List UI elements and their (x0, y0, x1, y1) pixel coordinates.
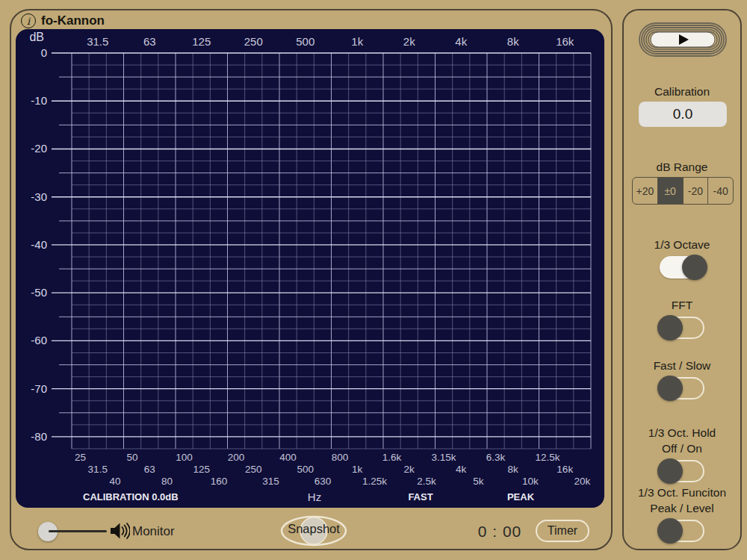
y-tick-label: -80 (31, 430, 47, 443)
info-icon-glyph: i (27, 16, 30, 26)
band-label: 3.15k (432, 452, 456, 463)
band-label: 2.5k (417, 476, 436, 487)
db-range-label: dB Range (624, 161, 740, 174)
band-label: 25 (75, 452, 86, 463)
band-label: 40 (109, 476, 120, 487)
timer-display: 0 : 00 (468, 523, 531, 541)
band-label: 200 (228, 452, 245, 463)
band-label: 2k (404, 464, 415, 475)
octave-label: 2k (403, 35, 415, 48)
spectrum-display: dB0-10-20-30-40-50-60-70-8031.5631252505… (16, 29, 604, 508)
band-label: 630 (314, 476, 332, 487)
octave-label: 31.5 (87, 35, 108, 48)
toggle-fast-slow[interactable] (660, 377, 704, 399)
db-range-option-20[interactable]: +20 (633, 178, 657, 204)
octave-label: 1k (351, 35, 363, 48)
calibration-input[interactable] (639, 102, 727, 127)
app-title: fo-Kannon (41, 13, 105, 28)
band-label: 1k (352, 464, 363, 475)
x-axis-unit-label: Hz (308, 491, 321, 503)
octave-label: 500 (296, 35, 314, 48)
octave-label: 8k (507, 35, 519, 48)
band-label: 315 (262, 476, 279, 487)
monitor-label: Monitor (132, 524, 175, 539)
band-label: 80 (161, 476, 173, 487)
toggle-knob-third-octave-hold[interactable] (657, 458, 683, 484)
monitor-volume-slider-track[interactable] (49, 530, 107, 532)
band-label: 4k (456, 464, 467, 475)
y-tick-label: -70 (31, 382, 47, 395)
band-label: 20k (574, 476, 591, 487)
speaker-icon (109, 522, 130, 540)
toggle-knob-third-octave[interactable] (682, 255, 707, 280)
band-label: 400 (279, 452, 297, 463)
toggle-group-fft: FFT (624, 297, 740, 339)
band-label: 500 (297, 464, 314, 475)
toggle-label-third-octave-function: Peak / Level (624, 500, 740, 516)
timer-button[interactable]: Timer (536, 520, 589, 542)
toggle-group-third-octave: 1/3 Octave (624, 237, 740, 279)
toggle-label-fft: FFT (624, 297, 740, 313)
band-label: 250 (245, 464, 262, 475)
toggle-fft[interactable] (660, 317, 704, 339)
band-label: 1.25k (362, 476, 387, 487)
app-background: i fo-Kannon dB0-10-20-30-40-50-60-70-803… (0, 0, 747, 560)
band-label: 125 (193, 464, 210, 475)
toggle-knob-fast-slow[interactable] (657, 376, 683, 401)
band-label: 6.3k (486, 452, 506, 463)
play-button[interactable] (638, 22, 728, 57)
y-tick-label: 0 (41, 46, 47, 59)
toggle-knob-third-octave-function[interactable] (657, 518, 683, 544)
band-label: 12.5k (536, 452, 560, 463)
analyzer-grid: dB0-10-20-30-40-50-60-70-8031.5631252505… (16, 29, 604, 508)
toggle-third-octave[interactable] (660, 256, 704, 279)
octave-label: 4k (455, 35, 467, 48)
info-icon[interactable]: i (21, 13, 36, 28)
octave-label: 250 (244, 35, 263, 48)
band-label: 16k (557, 464, 573, 475)
toggle-third-octave-hold[interactable] (660, 460, 704, 482)
toggle-knob-fft[interactable] (657, 315, 683, 340)
y-tick-label: -50 (31, 286, 47, 299)
y-tick-label: -60 (31, 334, 47, 346)
band-label: 800 (332, 452, 349, 463)
octave-label: 63 (143, 35, 156, 48)
toggle-group-third-octave-hold: 1/3 Oct. HoldOff / On (624, 425, 740, 482)
toggle-label-third-octave-function: 1/3 Oct. Funciton (624, 485, 740, 500)
status-calibration: CALIBRATION 0.0dB (83, 491, 179, 503)
db-range-option-0[interactable]: ±0 (657, 178, 683, 204)
status-detector: PEAK (507, 491, 535, 503)
db-range-option-20[interactable]: -20 (683, 178, 708, 204)
y-tick-label: -10 (31, 94, 47, 107)
status-speed: FAST (408, 491, 433, 503)
y-tick-label: -40 (31, 238, 47, 251)
snapshot-button[interactable]: Snapshot (280, 515, 347, 547)
octave-label: 16k (556, 35, 574, 48)
toggle-label-third-octave: 1/3 Octave (624, 237, 740, 252)
y-tick-label: -30 (31, 190, 47, 203)
toggle-third-octave-function[interactable] (660, 520, 704, 542)
band-label: 1.6k (382, 452, 402, 463)
toggle-group-fast-slow: Fast / Slow (624, 358, 740, 399)
toggle-label-third-octave-hold: 1/3 Oct. Hold (624, 425, 740, 441)
octave-label: 125 (192, 35, 211, 48)
y-tick-label: -20 (31, 142, 47, 155)
band-label: 31.5 (88, 464, 108, 475)
band-label: 5k (473, 476, 484, 487)
db-range-option-40[interactable]: -40 (707, 178, 733, 204)
toggle-label-third-octave-hold: Off / On (624, 441, 740, 456)
toggle-label-fast-slow: Fast / Slow (624, 358, 740, 373)
band-label: 50 (127, 452, 138, 463)
band-label: 8k (508, 464, 519, 475)
band-label: 100 (176, 452, 193, 463)
calibration-label: Calibration (624, 85, 740, 99)
y-axis-unit-label: dB (29, 31, 44, 43)
toggle-group-third-octave-function: 1/3 Oct. FuncitonPeak / Level (624, 485, 740, 542)
control-panel: Calibration dB Range +20±0-20-40 1/3 Oct… (622, 9, 742, 550)
band-label: 63 (144, 464, 155, 475)
db-range-segmented-control: +20±0-20-40 (632, 177, 734, 205)
band-label: 160 (211, 476, 228, 487)
main-panel: i fo-Kannon dB0-10-20-30-40-50-60-70-803… (10, 9, 613, 550)
band-label: 10k (522, 476, 539, 487)
snapshot-label: Snapshot (280, 522, 347, 536)
